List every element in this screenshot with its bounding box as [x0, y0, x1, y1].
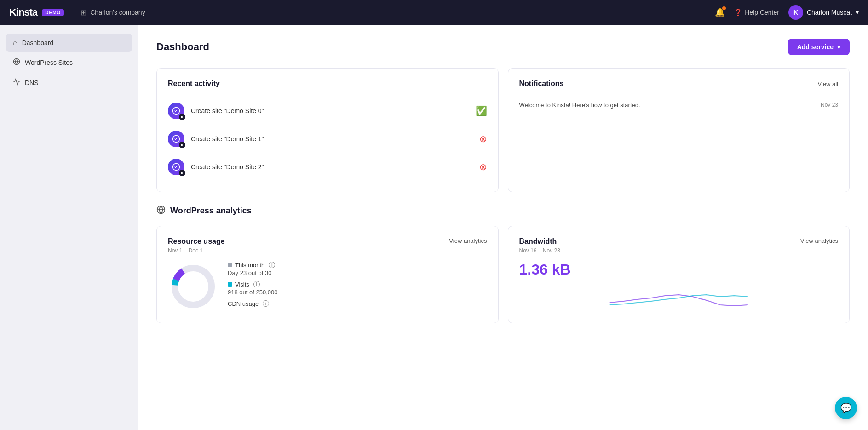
status-error-icon: ⊗	[479, 161, 487, 172]
resource-usage-title: Resource usage	[168, 237, 225, 246]
visits-value: 918 out of 250,000	[228, 289, 277, 296]
activity-badge: K	[179, 170, 185, 176]
info-icon[interactable]: i	[263, 300, 269, 307]
activity-text: Create site "Demo Site 0"	[191, 107, 469, 115]
sidebar-item-label: WordPress Sites	[25, 59, 73, 66]
user-name: Charlon Muscat	[807, 9, 852, 16]
activity-site-icon: K	[168, 159, 184, 175]
resource-date-range: Nov 1 – Dec 1	[168, 247, 487, 254]
day-value: Day 23 out of 30	[228, 269, 277, 276]
recent-activity-card: Recent activity K Create site "Demo Site…	[156, 68, 499, 192]
activity-item: K Create site "Demo Site 2" ⊗	[168, 153, 487, 181]
donut-chart	[168, 261, 218, 312]
bell-dot	[722, 6, 726, 10]
navbar-right: 🔔 ❓ Help Center K Charlon Muscat ▾	[715, 5, 859, 20]
stats-label: CDN usage i	[228, 300, 277, 307]
user-menu[interactable]: K Charlon Muscat ▾	[788, 5, 859, 20]
bandwidth-header: Bandwidth View analytics	[519, 237, 839, 246]
chevron-down-icon: ▾	[856, 9, 859, 16]
kinsta-logo-text: Kinsta	[9, 6, 37, 18]
user-avatar: K	[788, 5, 803, 20]
notification-item: Welcome to Kinsta! Here's how to get sta…	[519, 97, 839, 113]
notifications-header: Notifications View all	[519, 80, 839, 88]
demo-badge: DEMO	[42, 9, 64, 16]
layout: ⌂ Dashboard WordPress Sites DNS Dashboar…	[0, 25, 868, 430]
add-service-button[interactable]: Add service ▾	[788, 39, 850, 55]
stats-label: Visits i	[228, 281, 277, 288]
sidebar-item-dns[interactable]: DNS	[6, 74, 132, 92]
sidebar-item-wordpress-sites[interactable]: WordPress Sites	[6, 53, 132, 72]
top-row: Recent activity K Create site "Demo Site…	[156, 68, 850, 192]
info-icon[interactable]: i	[269, 262, 275, 268]
dashboard-icon: ⌂	[13, 39, 17, 47]
bandwidth-chart	[519, 282, 839, 307]
activity-text: Create site "Demo Site 2"	[191, 163, 473, 171]
stats-this-month: This month i Day 23 out of 30	[228, 262, 277, 276]
bandwidth-chart-svg	[519, 282, 839, 307]
help-icon: ❓	[734, 9, 742, 16]
bandwidth-date-range: Nov 16 – Nov 23	[519, 247, 839, 254]
notification-date: Nov 23	[821, 102, 838, 108]
wordpress-icon	[13, 58, 20, 67]
help-center-link[interactable]: ❓ Help Center	[734, 9, 779, 16]
sidebar: ⌂ Dashboard WordPress Sites DNS	[0, 25, 138, 430]
recent-activity-title: Recent activity	[168, 80, 220, 88]
notifications-title: Notifications	[519, 80, 564, 88]
notification-text: Welcome to Kinsta! Here's how to get sta…	[519, 102, 640, 109]
resource-usage-card: Resource usage View analytics Nov 1 – De…	[156, 226, 499, 323]
activity-item: K Create site "Demo Site 0" ✅	[168, 97, 487, 125]
stats-cdn: CDN usage i	[228, 300, 277, 307]
chat-icon: 💬	[840, 402, 852, 413]
activity-site-icon: K	[168, 103, 184, 119]
company-icon: ⊞	[80, 8, 86, 17]
recent-activity-header: Recent activity	[168, 80, 487, 88]
company-selector[interactable]: ⊞ Charlon's company	[80, 8, 145, 17]
activity-badge: K	[179, 114, 185, 120]
resource-view-analytics-link[interactable]: View analytics	[449, 237, 487, 244]
bandwidth-value: 1.36 kB	[519, 261, 839, 278]
wp-analytics-section-header: WordPress analytics	[156, 205, 850, 217]
status-error-icon: ⊗	[479, 133, 487, 144]
navbar-logo: Kinsta DEMO	[9, 6, 64, 18]
navbar: Kinsta DEMO ⊞ Charlon's company 🔔 ❓ Help…	[0, 0, 868, 25]
notification-bell[interactable]: 🔔	[715, 7, 725, 17]
stats-label: This month i	[228, 262, 277, 269]
view-all-link[interactable]: View all	[817, 80, 838, 87]
this-month-label: This month	[235, 262, 264, 269]
add-service-label: Add service	[797, 43, 834, 51]
activity-text: Create site "Demo Site 1"	[191, 135, 473, 143]
wordpress-section-icon	[156, 205, 166, 217]
bandwidth-title: Bandwidth	[519, 237, 557, 246]
page-title: Dashboard	[156, 41, 209, 53]
dot-gray	[228, 263, 232, 267]
company-name: Charlon's company	[90, 9, 145, 16]
resource-content: This month i Day 23 out of 30 Visits i	[168, 261, 487, 312]
analytics-row: Resource usage View analytics Nov 1 – De…	[156, 226, 850, 323]
bandwidth-card: Bandwidth View analytics Nov 16 – Nov 23…	[508, 226, 850, 323]
stats-visits: Visits i 918 out of 250,000	[228, 281, 277, 296]
resource-usage-header: Resource usage View analytics	[168, 237, 487, 246]
activity-badge: K	[179, 142, 185, 148]
status-success-icon: ✅	[476, 105, 487, 116]
help-label: Help Center	[745, 9, 779, 16]
stats-list: This month i Day 23 out of 30 Visits i	[228, 262, 277, 312]
notifications-card: Notifications View all Welcome to Kinsta…	[508, 68, 850, 192]
cdn-label: CDN usage	[228, 300, 259, 307]
dot-teal	[228, 282, 232, 287]
activity-site-icon: K	[168, 131, 184, 147]
chat-bubble[interactable]: 💬	[835, 397, 857, 419]
info-icon[interactable]: i	[253, 281, 260, 287]
sidebar-item-label: Dashboard	[22, 39, 54, 46]
sidebar-item-dashboard[interactable]: ⌂ Dashboard	[6, 34, 132, 52]
activity-item: K Create site "Demo Site 1" ⊗	[168, 125, 487, 153]
main-content: Dashboard Add service ▾ Recent activity	[138, 25, 868, 430]
dashboard-header: Dashboard Add service ▾	[156, 39, 850, 55]
wp-analytics-title: WordPress analytics	[170, 206, 252, 216]
dns-icon	[13, 78, 20, 87]
sidebar-item-label: DNS	[25, 79, 39, 86]
bandwidth-view-analytics-link[interactable]: View analytics	[800, 237, 838, 244]
visits-label: Visits	[235, 281, 249, 288]
chevron-down-icon: ▾	[837, 43, 840, 51]
